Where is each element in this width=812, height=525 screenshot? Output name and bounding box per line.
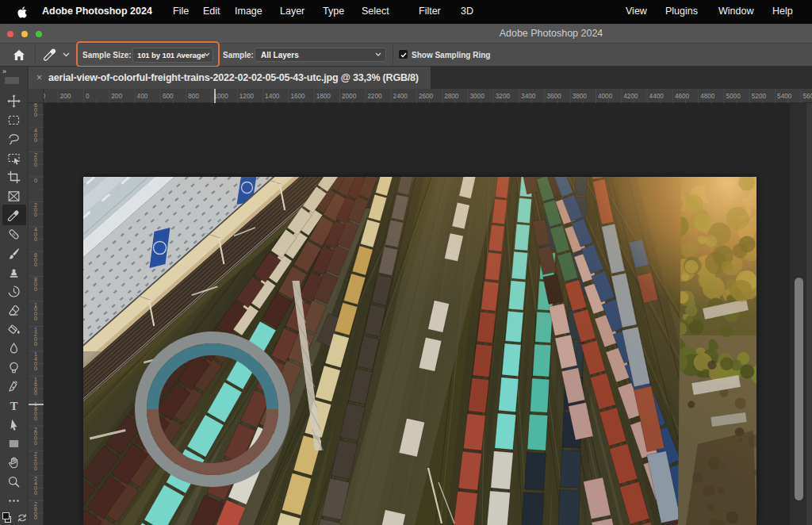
svg-text:0: 0 [86, 93, 90, 100]
svg-text:600: 600 [163, 93, 174, 100]
svg-text:4600: 4600 [675, 93, 690, 100]
svg-text:1400: 1400 [265, 93, 280, 100]
svg-text:200: 200 [111, 93, 122, 100]
svg-text:T: T [10, 399, 18, 412]
svg-text:400: 400 [137, 93, 148, 100]
svg-text:2000: 2000 [342, 93, 357, 100]
svg-text:0: 0 [34, 315, 37, 322]
svg-text:2800: 2800 [444, 93, 459, 100]
svg-text:2600: 2600 [419, 93, 434, 100]
svg-text:3200: 3200 [496, 93, 511, 100]
svg-text:2200: 2200 [367, 93, 382, 100]
svg-text:4400: 4400 [649, 93, 665, 100]
svg-text:4800: 4800 [700, 93, 715, 100]
svg-text:4200: 4200 [623, 93, 638, 100]
svg-text:800: 800 [188, 93, 199, 100]
svg-text:3400: 3400 [521, 93, 536, 100]
svg-text:0: 0 [34, 261, 37, 268]
svg-text:0: 0 [34, 111, 37, 118]
svg-text:1000: 1000 [214, 93, 229, 100]
svg-text:0: 0 [34, 161, 37, 168]
svg-text:5200: 5200 [752, 93, 767, 100]
svg-text:3800: 3800 [573, 93, 588, 100]
svg-text:5400: 5400 [777, 93, 792, 100]
svg-text:1200: 1200 [239, 93, 255, 100]
svg-text:0: 0 [34, 439, 37, 446]
svg-text:0: 0 [34, 489, 37, 496]
svg-text:2400: 2400 [393, 93, 408, 100]
svg-text:0: 0 [34, 211, 37, 218]
svg-text:5000: 5000 [726, 93, 741, 100]
svg-text:0: 0 [34, 177, 37, 184]
svg-text:0: 0 [34, 389, 37, 397]
svg-text:4000: 4000 [598, 93, 613, 100]
svg-text:0: 0 [34, 465, 37, 472]
svg-text:0: 0 [34, 236, 37, 243]
svg-text:0: 0 [34, 136, 37, 144]
svg-text:3600: 3600 [546, 93, 561, 100]
svg-text:1600: 1600 [290, 93, 305, 100]
svg-text:200: 200 [60, 93, 71, 100]
svg-text:0: 0 [34, 415, 37, 422]
svg-text:5600: 5600 [802, 93, 812, 100]
svg-text:0: 0 [34, 365, 37, 372]
svg-text:3000: 3000 [470, 93, 485, 100]
svg-text:0: 0 [34, 340, 37, 347]
svg-text:0: 0 [34, 285, 37, 293]
svg-text:1800: 1800 [316, 93, 331, 100]
svg-text:0: 0 [34, 514, 37, 521]
